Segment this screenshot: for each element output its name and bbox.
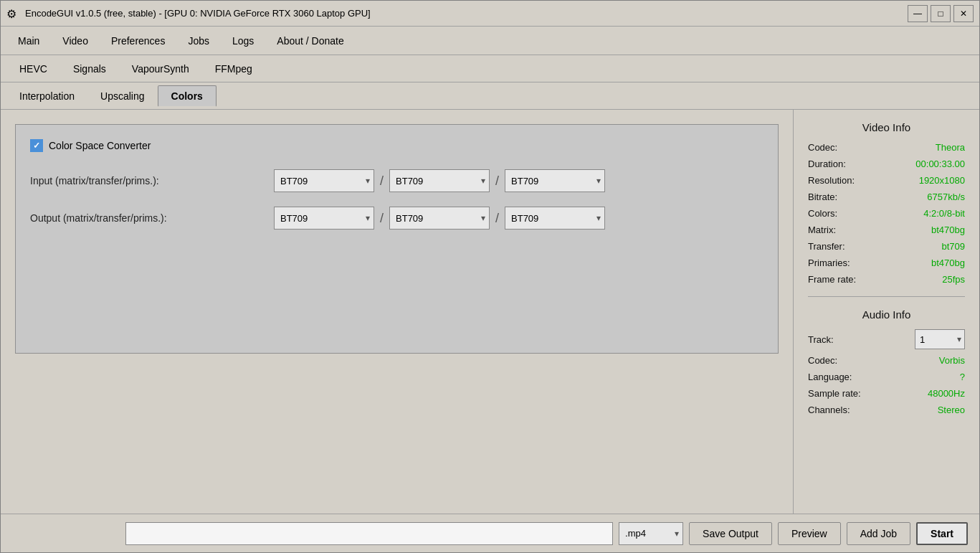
video-colors-label: Colors: [808,208,837,219]
video-duration-value: 00:00:33.00 [915,159,965,169]
menu-item-about-donate[interactable]: About / Donate [265,31,355,51]
start-button[interactable]: Start [916,522,968,545]
minimize-button[interactable]: — [908,5,928,22]
output-dropdowns: BT709 BT601 BT2020 / BT709 BT601 BT2020 [274,207,605,230]
content-area: Color Space Converter Input (matrix/tran… [1,110,979,514]
video-resolution-label: Resolution: [808,175,855,186]
audio-codec-label: Codec: [808,355,837,366]
audio-track-select-wrapper: 1 2 3 [915,329,965,349]
menu-item-video[interactable]: Video [51,31,100,51]
main-panel: Color Space Converter Input (matrix/tran… [1,110,793,514]
video-colors-row: Colors: 4:2:0/8-bit [808,208,965,219]
video-colors-value: 4:2:0/8-bit [923,208,965,219]
output-prims-select[interactable]: BT709 BT601 BT2020 [505,207,605,230]
audio-track-label: Track: [808,334,834,345]
output-transfer-select[interactable]: BT709 BT601 BT2020 [389,207,490,230]
video-primaries-value: bt470bg [931,257,965,268]
tab-vapoursynth[interactable]: VapourSynth [119,59,202,79]
separator-1: / [380,174,384,189]
video-transfer-label: Transfer: [808,241,845,252]
video-resolution-row: Resolution: 1920x1080 [808,175,965,186]
output-field-row: Output (matrix/transfer/prims.): BT709 B… [30,207,763,230]
video-codec-label: Codec: [808,142,837,153]
sub-tab-bar-row2: Interpolation Upscaling Colors [1,82,979,110]
maximize-button[interactable]: □ [931,5,951,22]
sub-tab-bar-row1: HEVC Signals VapourSynth FFMpeg [1,55,979,82]
output-matrix-select[interactable]: BT709 BT601 BT2020 [274,207,374,230]
color-space-converter-label: Color Space Converter [49,140,151,151]
tab-upscaling[interactable]: Upscaling [87,86,157,106]
video-matrix-row: Matrix: bt470bg [808,224,965,235]
title-bar: ⚙ EncodeGUI v1.0.5 (free, stable) - [GPU… [1,1,979,27]
output-path-input[interactable] [125,522,613,545]
video-bitrate-row: Bitrate: 6757kb/s [808,192,965,202]
output-matrix-wrapper: BT709 BT601 BT2020 [274,207,374,230]
tab-hevc[interactable]: HEVC [6,59,60,79]
audio-language-label: Language: [808,372,852,382]
main-window: ⚙ EncodeGUI v1.0.5 (free, stable) - [GPU… [0,0,980,553]
menu-item-logs[interactable]: Logs [221,31,265,51]
video-transfer-value: bt709 [941,241,965,252]
output-prims-wrapper: BT709 BT601 BT2020 [505,207,605,230]
output-label: Output (matrix/transfer/prims.): [30,212,274,224]
audio-track-select[interactable]: 1 2 3 [915,329,965,349]
tab-ffmpeg[interactable]: FFMpeg [202,59,265,79]
tab-colors[interactable]: Colors [158,85,217,107]
input-matrix-select[interactable]: BT709 BT601 BT2020 bt470bg [274,169,374,192]
audio-track-row: Track: 1 2 3 [808,329,965,349]
video-matrix-label: Matrix: [808,224,836,235]
color-space-converter-checkbox[interactable] [30,139,43,152]
input-prims-select[interactable]: BT709 BT601 BT2020 [505,169,605,192]
audio-channels-value: Stereo [938,405,965,415]
inner-panel: Color Space Converter Input (matrix/tran… [15,124,779,354]
video-primaries-row: Primaries: bt470bg [808,257,965,268]
extension-select[interactable]: .mp4 .mkv .avi .mov .webm [619,522,683,545]
input-field-row: Input (matrix/transfer/prims.): BT709 BT… [30,169,763,192]
audio-language-value: ? [960,372,965,382]
input-prims-wrapper: BT709 BT601 BT2020 [505,169,605,192]
video-codec-row: Codec: Theora [808,142,965,153]
close-button[interactable]: ✕ [953,5,974,22]
audio-codec-row: Codec: Vorbis [808,355,965,366]
audio-channels-row: Channels: Stereo [808,405,965,415]
video-info-title: Video Info [808,121,965,133]
preview-button[interactable]: Preview [778,522,841,545]
bottom-bar: .mp4 .mkv .avi .mov .webm Save Output Pr… [1,514,979,552]
video-framerate-label: Frame rate: [808,274,856,285]
right-panel: Video Info Codec: Theora Duration: 00:00… [793,110,979,514]
video-framerate-row: Frame rate: 25fps [808,274,965,285]
audio-codec-value: Vorbis [939,355,965,366]
separator-4: / [495,211,499,226]
input-label: Input (matrix/transfer/prims.): [30,175,274,186]
video-transfer-row: Transfer: bt709 [808,241,965,252]
audio-samplerate-value: 48000Hz [928,388,965,399]
separator-3: / [380,211,384,226]
output-transfer-wrapper: BT709 BT601 BT2020 [389,207,490,230]
input-dropdowns: BT709 BT601 BT2020 bt470bg / BT709 BT601 [274,169,605,192]
menu-item-main[interactable]: Main [6,31,51,51]
audio-samplerate-label: Sample rate: [808,388,861,399]
video-bitrate-label: Bitrate: [808,192,837,202]
video-bitrate-value: 6757kb/s [927,192,965,202]
video-codec-value: Theora [936,142,965,153]
menu-bar: Main Video Preferences Jobs Logs About /… [1,27,979,55]
save-output-button[interactable]: Save Output [689,522,772,545]
input-transfer-select[interactable]: BT709 BT601 BT2020 [389,169,490,192]
audio-samplerate-row: Sample rate: 48000Hz [808,388,965,399]
video-resolution-value: 1920x1080 [919,175,965,186]
menu-item-jobs[interactable]: Jobs [176,31,221,51]
tab-signals[interactable]: Signals [60,59,119,79]
video-framerate-value: 25fps [942,274,965,285]
add-job-button[interactable]: Add Job [847,522,910,545]
input-transfer-wrapper: BT709 BT601 BT2020 [389,169,490,192]
app-icon: ⚙ [6,7,19,20]
video-primaries-label: Primaries: [808,257,850,268]
tab-interpolation[interactable]: Interpolation [6,86,87,106]
input-matrix-wrapper: BT709 BT601 BT2020 bt470bg [274,169,374,192]
separator-2: / [495,174,499,189]
info-divider [808,296,965,297]
menu-item-preferences[interactable]: Preferences [100,31,176,51]
title-bar-controls: — □ ✕ [908,5,974,22]
audio-info-title: Audio Info [808,308,965,321]
audio-channels-label: Channels: [808,405,850,415]
